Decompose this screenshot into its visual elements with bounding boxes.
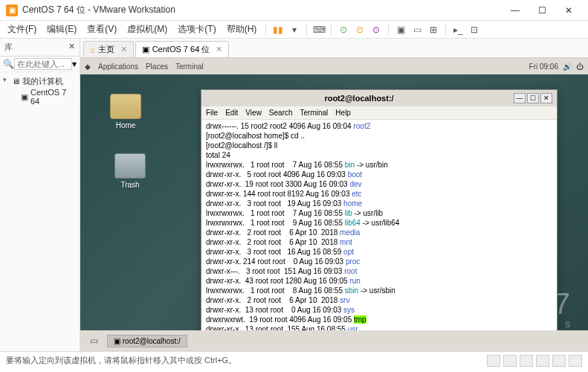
tab-home[interactable]: ⌂ 主页 ✕ — [83, 41, 134, 57]
device-icon[interactable] — [536, 355, 549, 367]
terminal-line: drwxr-xr-x. 2 root root 6 Apr 10 2018 mn… — [206, 237, 552, 247]
fullscreen-icon[interactable]: ▣ — [393, 22, 408, 37]
menu-file[interactable]: 文件(F) — [3, 22, 41, 37]
gnome-terminal-menu[interactable]: Terminal — [175, 62, 204, 71]
tab-strip: ⌂ 主页 ✕ ▣ CentOS 7 64 位 ✕ — [80, 39, 588, 58]
separator — [306, 24, 307, 36]
terminal-line: lrwxrwxrwx. 1 root root 9 Aug 16 08:55 l… — [206, 218, 552, 228]
gnome-applications[interactable]: Applications — [98, 62, 138, 71]
device-icon[interactable] — [520, 355, 533, 367]
mycomputer-icon: 🖥 — [12, 77, 20, 86]
device-icon[interactable] — [503, 355, 517, 367]
terminal-titlebar[interactable]: root2@localhost:/ — ☐ ✕ — [201, 90, 557, 106]
gnome-taskbar: ▭ ▣ root2@localhost:/ — [80, 330, 588, 351]
send-keys-icon[interactable]: ⌨ — [311, 22, 326, 37]
vm-icon: ▣ — [21, 92, 28, 102]
library-sidebar: 库 ✕ 🔍 ▾ 🖥 我的计算机 ▣ CentOS 7 64 — [0, 39, 80, 351]
tree-mycomputer[interactable]: 🖥 我的计算机 — [3, 75, 77, 88]
terminal-line: drwxr-xr-x. 2 root root 6 Apr 10 2018 me… — [206, 228, 552, 237]
device-icon[interactable] — [552, 355, 566, 367]
terminal-line: [root2@localhost home]$ cd .. — [206, 131, 552, 141]
maximize-button[interactable]: ☐ — [529, 0, 555, 21]
device-icon[interactable] — [487, 355, 500, 367]
close-button[interactable]: ✕ — [555, 0, 582, 21]
device-icon[interactable] — [569, 355, 582, 367]
terminal-line: lrwxrwxrwx. 1 root root 7 Aug 16 08:55 l… — [206, 208, 552, 218]
window-title: CentOS 7 64 位 - VMware Workstation — [22, 4, 502, 16]
terminal-line: drwxr-xr-x. 214 root root 0 Aug 16 09:03… — [206, 257, 552, 266]
desktop-trash[interactable]: Trash — [114, 153, 146, 189]
tab-close-icon[interactable]: ✕ — [120, 45, 127, 54]
desktop-home[interactable]: Home — [110, 94, 141, 129]
separator — [445, 24, 446, 36]
menu-edit[interactable]: 编辑(E) — [42, 22, 81, 37]
gnome-volume-icon[interactable]: 🔊 — [563, 62, 572, 71]
separator — [331, 24, 332, 36]
minimize-button[interactable]: — — [502, 0, 529, 21]
search-dropdown-icon[interactable]: ▾ — [72, 59, 77, 69]
terminal-line: drwxr-xr-x. 3 root root 19 Aug 16 09:03 … — [206, 199, 552, 208]
term-menu-search[interactable]: Search — [269, 109, 293, 117]
terminal-line: drwxr-xr-x. 19 root root 3300 Aug 16 09:… — [206, 179, 552, 189]
home-icon: ⌂ — [90, 45, 95, 54]
gnome-power-icon[interactable]: ⏻ — [576, 62, 584, 71]
library-header: 库 ✕ — [0, 39, 80, 57]
menu-help[interactable]: 帮助(H) — [222, 22, 262, 37]
gnome-clock[interactable]: Fri 09:06 — [529, 62, 558, 71]
search-icon: 🔍 — [3, 59, 14, 69]
terminal-line: drwxr-x---. 3 root root 151 Aug 16 09:03… — [206, 266, 552, 276]
guest-display[interactable]: ◆ Applications Places Terminal Fri 09:06… — [80, 58, 588, 351]
terminal-minimize-button[interactable]: — — [514, 93, 526, 103]
terminal-line: drwxr-xr-x. 5 root root 4096 Aug 16 09:0… — [206, 170, 552, 179]
terminal-menubar: File Edit View Search Terminal Help — [201, 106, 557, 120]
snapshot-manager-icon[interactable]: ⊙ — [369, 22, 384, 37]
terminal-maximize-button[interactable]: ☐ — [527, 93, 539, 103]
trash-icon — [114, 153, 146, 179]
term-menu-terminal[interactable]: Terminal — [300, 109, 329, 117]
pause-icon[interactable]: ▮▮ — [271, 22, 285, 37]
term-menu-help[interactable]: Help — [335, 109, 351, 117]
term-menu-file[interactable]: File — [206, 109, 218, 117]
console-icon[interactable]: ▸_ — [450, 22, 465, 37]
library-label: 库 — [4, 42, 13, 53]
csdn-watermark: CSDN @szdzg的博客 — [464, 318, 543, 329]
snapshot-icon[interactable]: ⊙ — [336, 22, 351, 37]
terminal-line: lrwxrwxrwx. 1 root root 8 Aug 16 08:55 s… — [206, 286, 552, 295]
gnome-topbar: ◆ Applications Places Terminal Fri 09:06… — [80, 58, 588, 74]
terminal-line: drwxr-xr-x. 43 root root 1280 Aug 16 09:… — [206, 276, 552, 286]
stretch-icon[interactable]: ⊡ — [467, 22, 482, 37]
terminal-window[interactable]: root2@localhost:/ — ☐ ✕ File Edit View S… — [201, 89, 558, 351]
main-area: 库 ✕ 🔍 ▾ 🖥 我的计算机 ▣ CentOS 7 64 ⌂ 主页 ✕ — [0, 39, 588, 351]
separator — [388, 24, 389, 36]
close-library-icon[interactable]: ✕ — [68, 42, 75, 53]
thumbnail-icon[interactable]: ⊞ — [426, 22, 441, 37]
vm-area: ⌂ 主页 ✕ ▣ CentOS 7 64 位 ✕ ◆ Applications … — [80, 39, 588, 351]
search-input[interactable] — [14, 58, 72, 70]
terminal-line: drwxr-xr-x. 3 root root 16 Aug 16 08:59 … — [206, 247, 552, 257]
gnome-places[interactable]: Places — [146, 62, 168, 71]
terminal-line: drwxr-xr-x. 144 root root 8192 Aug 16 09… — [206, 189, 552, 199]
terminal-output[interactable]: drwx------. 15 root2 root2 4096 Aug 16 0… — [201, 120, 557, 351]
taskbar-terminal-button[interactable]: ▣ root2@localhost:/ — [107, 335, 187, 347]
snapshot-revert-icon[interactable]: ⊙ — [352, 22, 367, 37]
menu-vm[interactable]: 虚拟机(M) — [123, 22, 172, 37]
term-menu-edit[interactable]: Edit — [225, 109, 238, 117]
show-desktop-icon[interactable]: ▭ — [85, 333, 103, 349]
term-menu-view[interactable]: View — [245, 109, 262, 117]
tab-vm[interactable]: ▣ CentOS 7 64 位 ✕ — [135, 41, 230, 57]
terminal-task-icon: ▣ — [114, 337, 120, 345]
menu-view[interactable]: 查看(V) — [83, 22, 121, 37]
terminal-line: drwxr-xr-x. 13 root root 0 Aug 16 09:03 … — [206, 305, 552, 315]
app-menubar: 文件(F) 编辑(E) 查看(V) 虚拟机(M) 选项卡(T) 帮助(H) ▮▮… — [0, 21, 588, 39]
terminal-close-button[interactable]: ✕ — [540, 93, 552, 103]
unity-icon[interactable]: ▭ — [410, 22, 424, 37]
gnome-apps-icon[interactable]: ◆ — [85, 62, 91, 71]
library-tree: 🖥 我的计算机 ▣ CentOS 7 64 — [0, 72, 80, 109]
menu-tabs[interactable]: 选项卡(T) — [173, 22, 220, 37]
vm-tab-icon: ▣ — [142, 45, 149, 54]
vmware-icon: ▣ — [6, 4, 18, 16]
dropdown-icon[interactable]: ▾ — [287, 22, 302, 37]
terminal-line: drwx------. 15 root2 root2 4096 Aug 16 0… — [206, 121, 552, 131]
tab-close-icon[interactable]: ✕ — [216, 45, 222, 54]
tree-vm-item[interactable]: ▣ CentOS 7 64 — [3, 88, 77, 106]
